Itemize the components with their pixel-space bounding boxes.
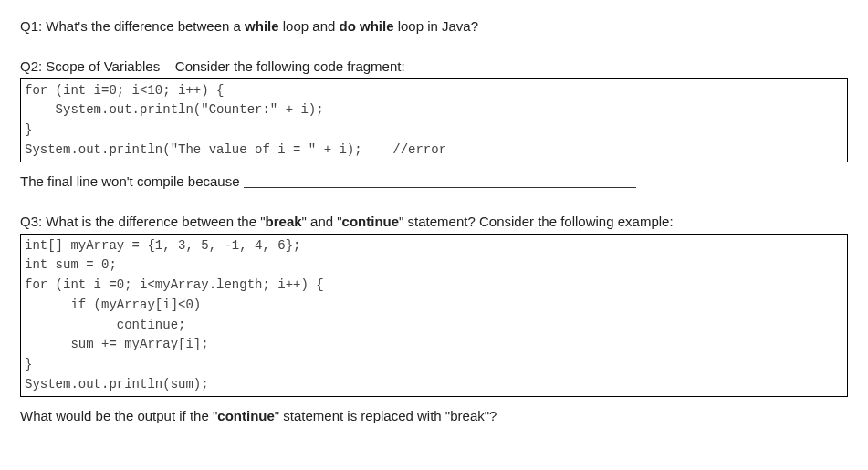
q3-bold-continue: continue: [342, 214, 400, 229]
q3-heading: Q3: What is the difference between the "…: [20, 212, 848, 232]
q2-tail-text: The final line won't compile because: [20, 173, 244, 189]
question-3: Q3: What is the difference between the "…: [20, 212, 848, 426]
q3-text-pre: Q3: What is the difference between the ": [20, 214, 266, 229]
q1-bold-dowhile: do while: [339, 18, 393, 34]
q3-tail-bold: continue: [217, 408, 275, 423]
q3-text-post: " statement? Consider the following exam…: [399, 214, 673, 229]
q1-heading: Q1: What's the difference between a whil…: [20, 16, 848, 37]
q2-heading: Q2: Scope of Variables – Consider the fo…: [20, 57, 848, 77]
q2-blank-line: [244, 173, 636, 188]
q3-tail: What would be the output if the "continu…: [20, 406, 848, 426]
question-1: Q1: What's the difference between a whil…: [20, 16, 848, 37]
q3-tail-pre: What would be the output if the ": [20, 408, 217, 423]
q3-text-mid: " and ": [302, 214, 342, 229]
q3-tail-post: " statement is replaced with "break"?: [275, 408, 497, 423]
q3-bold-break: break: [266, 214, 302, 229]
q1-bold-while: while: [245, 18, 279, 34]
q1-text-post: loop in Java?: [393, 18, 478, 34]
q1-text-mid: loop and: [279, 18, 340, 34]
q3-code-box: int[] myArray = {1, 3, 5, -1, 4, 6}; int…: [20, 234, 848, 398]
q1-text-pre: Q1: What's the difference between a: [20, 18, 245, 34]
q2-fill-line: The final line won't compile because: [20, 172, 848, 192]
question-2: Q2: Scope of Variables – Consider the fo…: [20, 57, 848, 192]
q2-code-box: for (int i=0; i<10; i++) { System.out.pr…: [20, 78, 848, 163]
